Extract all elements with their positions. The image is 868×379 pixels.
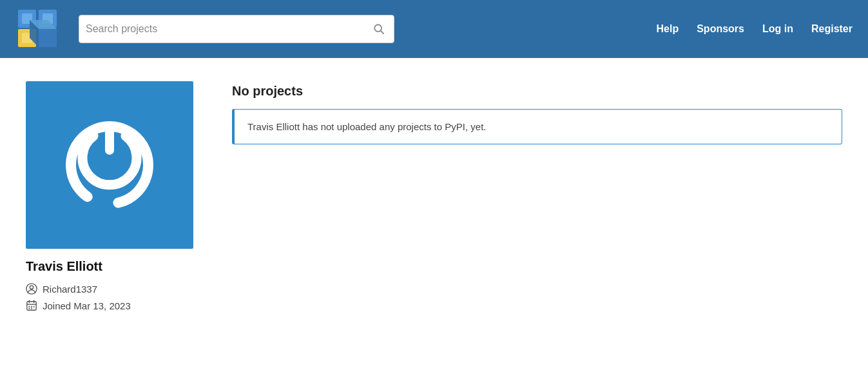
avatar — [26, 81, 193, 249]
nav-login[interactable]: Log in — [762, 23, 793, 35]
logo[interactable] — [15, 7, 59, 51]
profile-username-item: Richard1337 — [26, 283, 131, 295]
search-box — [79, 15, 394, 43]
svg-rect-20 — [34, 306, 35, 307]
projects-area: No projects Travis Elliott has not uploa… — [232, 81, 842, 144]
main-content: Travis Elliott Richard1337 — [0, 58, 868, 335]
calendar-icon — [26, 300, 37, 311]
pypi-logo-icon — [15, 7, 59, 51]
svg-rect-11 — [105, 124, 114, 155]
svg-point-13 — [30, 286, 33, 289]
profile-joined-item: Joined Mar 13, 2023 — [26, 300, 131, 311]
nav-sponsors[interactable]: Sponsors — [697, 23, 744, 35]
svg-rect-22 — [31, 308, 32, 309]
nav-help[interactable]: Help — [657, 23, 679, 35]
svg-rect-18 — [29, 306, 30, 307]
no-projects-notice: Travis Elliott has not uploaded any proj… — [232, 109, 842, 144]
main-nav: Help Sponsors Log in Register — [657, 23, 853, 35]
calendar-icon-svg — [26, 300, 37, 311]
profile-username: Richard1337 — [43, 284, 97, 295]
site-header: Help Sponsors Log in Register — [0, 0, 868, 58]
search-input[interactable] — [86, 23, 371, 35]
user-circle-icon — [26, 283, 37, 295]
profile-name: Travis Elliott — [26, 259, 102, 274]
profile-meta: Richard1337 — [26, 283, 131, 311]
no-projects-message: Travis Elliott has not uploaded any proj… — [247, 121, 486, 132]
profile-sidebar: Travis Elliott Richard1337 — [26, 81, 193, 311]
search-icon — [373, 23, 385, 35]
avatar-power-icon — [58, 113, 161, 217]
svg-line-10 — [381, 31, 384, 34]
search-area — [79, 15, 394, 43]
person-icon — [26, 283, 37, 295]
no-projects-title: No projects — [232, 84, 842, 99]
svg-rect-21 — [29, 308, 30, 309]
svg-marker-6 — [39, 29, 57, 47]
nav-register[interactable]: Register — [811, 23, 853, 35]
search-button[interactable] — [371, 23, 387, 35]
profile-joined: Joined Mar 13, 2023 — [43, 300, 131, 311]
svg-rect-19 — [31, 306, 32, 307]
